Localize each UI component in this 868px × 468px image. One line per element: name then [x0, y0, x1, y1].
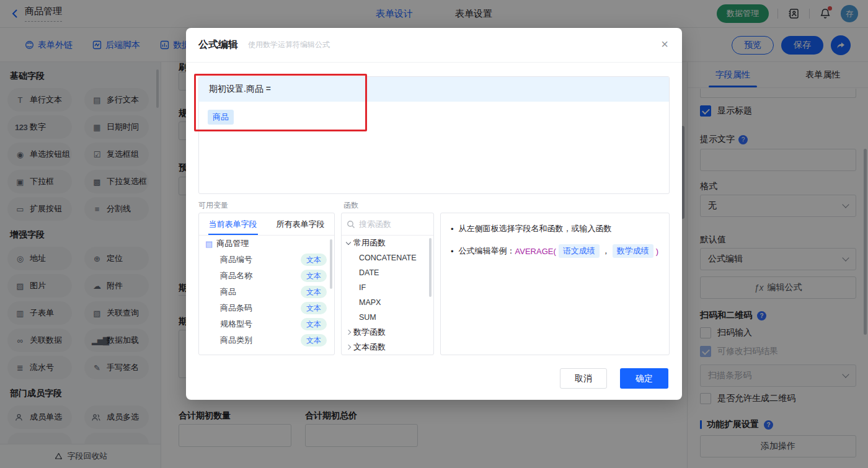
functions-panel: 常用函数 CONCATENATE DATE IF MAPX SUM 数学函数 文… [341, 213, 434, 355]
chevron-right-icon [346, 345, 351, 350]
variable-row[interactable]: 商品文本 [199, 284, 334, 300]
function-group-math[interactable]: 数学函数 [342, 325, 433, 340]
chevron-down-icon [346, 240, 351, 245]
type-badge: 文本 [301, 318, 327, 330]
example-field-chip: 数学成绩 [613, 244, 653, 258]
formula-editor[interactable]: 期初设置.商品 = 商品 [198, 76, 670, 194]
variable-row[interactable]: 商品类别文本 [199, 332, 334, 348]
formula-edit-modal: 公式编辑 使用数学运算符编辑公式 × 期初设置.商品 = 商品 可用变量 函数 … [186, 28, 682, 400]
formula-target: 期初设置.商品 = [199, 77, 669, 102]
type-badge: 文本 [301, 254, 327, 266]
function-item[interactable]: MAPX [342, 295, 433, 310]
search-icon [347, 220, 355, 229]
function-item[interactable]: IF [342, 280, 433, 295]
function-item[interactable]: CONCATENATE [342, 250, 433, 265]
formula-field-chip[interactable]: 商品 [208, 110, 234, 125]
form-tree-root[interactable]: ▤ 商品管理 [199, 236, 334, 252]
hint-line-2: 公式编辑举例： AVERAGE( 语文成绩 ， 数学成绩 ) [451, 244, 659, 258]
function-group-common[interactable]: 常用函数 [342, 236, 433, 250]
type-badge: 文本 [301, 334, 327, 347]
function-search [342, 213, 433, 236]
tab-current-form-fields[interactable]: 当前表单字段 [199, 213, 267, 235]
function-name-example: AVERAGE( [515, 247, 556, 256]
hint-line-1: 从左侧面板选择字段名和函数，或输入函数 [451, 223, 659, 234]
hint-panel: 从左侧面板选择字段名和函数，或输入函数 公式编辑举例： AVERAGE( 语文成… [440, 213, 670, 355]
document-icon: ▤ [205, 239, 213, 249]
confirm-button[interactable]: 确定 [620, 368, 668, 389]
chevron-right-icon [346, 330, 351, 335]
cancel-button[interactable]: 取消 [560, 368, 607, 389]
functions-scrollbar[interactable] [429, 238, 432, 297]
type-badge: 文本 [301, 270, 327, 282]
app-screen: 商品管理 表单设计 表单设置 数据管理 存 [0, 0, 868, 468]
type-badge: 文本 [301, 286, 327, 298]
modal-header: 公式编辑 使用数学运算符编辑公式 × [186, 28, 682, 63]
modal-subtitle: 使用数学运算符编辑公式 [248, 40, 330, 50]
variable-row[interactable]: 商品名称文本 [199, 268, 334, 284]
variables-scrollbar[interactable] [330, 239, 332, 289]
type-badge: 文本 [301, 302, 327, 314]
function-search-input[interactable] [359, 219, 421, 229]
variables-panel: 当前表单字段 所有表单字段 ▤ 商品管理 商品编号文本 商品名称文本 商品文本 … [198, 213, 335, 355]
variables-label: 可用变量 [198, 200, 228, 211]
function-item[interactable]: SUM [342, 310, 433, 325]
variables-tabs: 当前表单字段 所有表单字段 [199, 213, 334, 236]
function-group-text[interactable]: 文本函数 [342, 340, 433, 355]
variable-row[interactable]: 规格型号文本 [199, 316, 334, 332]
functions-label: 函数 [343, 200, 358, 211]
function-item[interactable]: DATE [342, 265, 433, 280]
tab-all-form-fields[interactable]: 所有表单字段 [267, 213, 334, 235]
variable-row[interactable]: 商品编号文本 [199, 252, 334, 268]
variable-row[interactable]: 商品条码文本 [199, 300, 334, 316]
close-icon[interactable]: × [661, 38, 668, 50]
closing-paren: ) [656, 247, 658, 256]
modal-title: 公式编辑 [198, 38, 238, 51]
example-field-chip: 语文成绩 [559, 244, 600, 258]
